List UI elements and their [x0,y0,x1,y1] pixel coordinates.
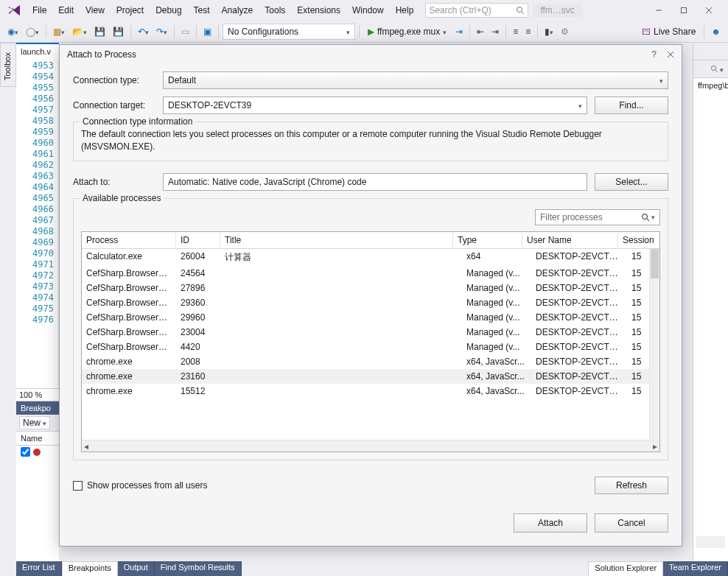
cell-type: Managed (v... [462,297,531,309]
search-placeholder: Search (Ctrl+Q) [429,5,491,15]
menu-help[interactable]: Help [390,2,420,18]
menu-analyze[interactable]: Analyze [216,2,259,18]
cell-id: 29360 [176,297,220,309]
zoom-level[interactable]: 100 % [16,388,59,401]
toolbox-tab[interactable]: Toolbox [0,43,16,87]
dialog-close-button[interactable] [667,51,674,58]
col-title[interactable]: Title [220,232,453,248]
menu-file[interactable]: File [27,2,52,18]
editor-tab[interactable]: launch.v [16,43,59,59]
cell-title [220,326,462,338]
bottom-tab-solution-explorer[interactable]: Solution Explorer [588,561,663,576]
breakpoint-checkbox[interactable] [21,447,30,457]
new-project-button[interactable]: ▦ [50,25,68,38]
grid-header: Process ID Title Type User Name Session [82,232,659,249]
svg-point-0 [517,7,522,13]
tb-misc1[interactable]: ▭ [178,25,192,38]
refresh-button[interactable]: Refresh [595,477,668,494]
live-share-label: Live Share [654,27,696,37]
col-type[interactable]: Type [453,232,522,248]
cancel-button[interactable]: Cancel [595,513,668,533]
cell-title [220,341,462,353]
menu-edit[interactable]: Edit [52,2,80,18]
find-button[interactable]: Find... [595,96,668,114]
bottom-tab-output[interactable]: Output [118,561,155,576]
new-breakpoint-button[interactable]: New [19,416,50,429]
tb-indent1[interactable]: ⇤ [474,25,487,38]
bottom-tab-error-list[interactable]: Error List [16,561,62,576]
nav-back-button[interactable]: ◉ [4,25,21,38]
menu-debug[interactable]: Debug [150,2,187,18]
tb-step1[interactable]: ⇥ [452,25,466,38]
horizontal-scrollbar[interactable]: ◂▸ [82,440,659,452]
process-row[interactable]: CefSharp.BrowserS...29360Managed (v...DE… [82,295,659,310]
process-grid: Process ID Title Type User Name Session … [81,231,660,452]
search-icon [641,213,650,222]
vertical-scrollbar[interactable] [649,249,659,440]
chevron-down-icon [61,27,65,37]
col-id[interactable]: ID [176,232,220,248]
process-row[interactable]: Calculator.exe26004计算器x64DESKTOP-2EVCT39… [82,249,659,266]
solution-path[interactable]: ffmpeg\b [693,78,728,93]
show-all-users-checkbox[interactable] [73,481,83,491]
quick-search-input[interactable]: Search (Ctrl+Q) [425,3,528,18]
cell-id: 27896 [176,282,220,294]
tb-misc5[interactable]: ⚙ [558,25,572,38]
cell-user: DESKTOP-2EVCT39... [531,356,627,368]
tb-comment1[interactable]: ≡ [510,25,521,38]
bottom-tab-find-symbol-results[interactable]: Find Symbol Results [155,561,242,576]
minimize-button[interactable] [648,3,669,18]
process-row[interactable]: CefSharp.BrowserS...27896Managed (v...DE… [82,281,659,295]
tb-misc2[interactable]: ▣ [200,25,214,38]
play-icon: ▶ [368,27,374,37]
process-row[interactable]: CefSharp.BrowserS...4420Managed (v...DES… [82,340,659,354]
menu-extensions[interactable]: Extensions [291,2,346,18]
menu-test[interactable]: Test [188,2,216,18]
cell-type: x64, JavaScr... [462,385,531,397]
nav-forward-button[interactable]: ◯ [23,25,42,38]
menu-window[interactable]: Window [346,2,390,18]
cell-title [220,385,462,397]
bottom-tab-breakpoints[interactable]: Breakpoints [62,561,118,576]
redo-button[interactable]: ↷ [153,25,170,38]
bottom-tab-team-explorer[interactable]: Team Explorer [663,561,728,576]
menu-view[interactable]: View [80,2,111,18]
connection-target-label: Connection target: [73,100,155,110]
save-all-button[interactable]: 💾 [110,25,127,38]
help-button[interactable] [651,49,657,60]
search-icon[interactable] [710,65,718,73]
attach-button[interactable]: Attach [514,513,587,533]
configuration-combo[interactable]: No Configurations [223,24,355,40]
process-row[interactable]: CefSharp.BrowserS...24564Managed (v...DE… [82,266,659,281]
cell-type: Managed (v... [462,341,531,353]
save-button[interactable]: 💾 [91,25,108,38]
col-process[interactable]: Process [82,232,176,248]
open-file-button[interactable]: 📂 [69,25,90,38]
bookmark-button[interactable]: ▮ [542,25,556,38]
close-window-button[interactable] [699,3,719,18]
tb-comment2[interactable]: ≡ [522,25,533,38]
connection-type-combo[interactable]: Default [163,71,668,89]
horizontal-scrollbar[interactable] [696,536,725,548]
process-row[interactable]: CefSharp.BrowserS...29960Managed (v...DE… [82,310,659,325]
process-row[interactable]: CefSharp.BrowserS...23004Managed (v...DE… [82,325,659,340]
feedback-button[interactable]: ☻ [708,25,724,38]
connection-target-combo[interactable]: DESKTOP-2EVCT39 [163,96,587,114]
tb-indent2[interactable]: ⇥ [489,25,502,38]
maximize-button[interactable] [673,3,694,18]
filter-processes-input[interactable]: Filter processes ▾ [535,209,660,225]
select-button[interactable]: Select... [595,173,668,191]
chevron-down-icon[interactable] [720,64,724,74]
col-session[interactable]: Session [618,232,659,248]
live-share-button[interactable]: ⮹ Live Share [637,25,700,38]
menu-project[interactable]: Project [111,2,150,18]
menu-tools[interactable]: Tools [259,2,291,18]
svg-line-7 [715,70,718,72]
start-debug-button[interactable]: ▶ ffmpeg.exe mux [363,25,451,38]
col-user[interactable]: User Name [522,232,618,248]
process-row[interactable]: chrome.exe15512x64, JavaScr...DESKTOP-2E… [82,384,659,398]
breakpoint-row[interactable] [16,446,59,458]
process-row[interactable]: chrome.exe23160x64, JavaScr...DESKTOP-2E… [82,369,659,384]
undo-button[interactable]: ↶ [135,25,152,38]
process-row[interactable]: chrome.exe2008x64, JavaScr...DESKTOP-2EV… [82,354,659,369]
